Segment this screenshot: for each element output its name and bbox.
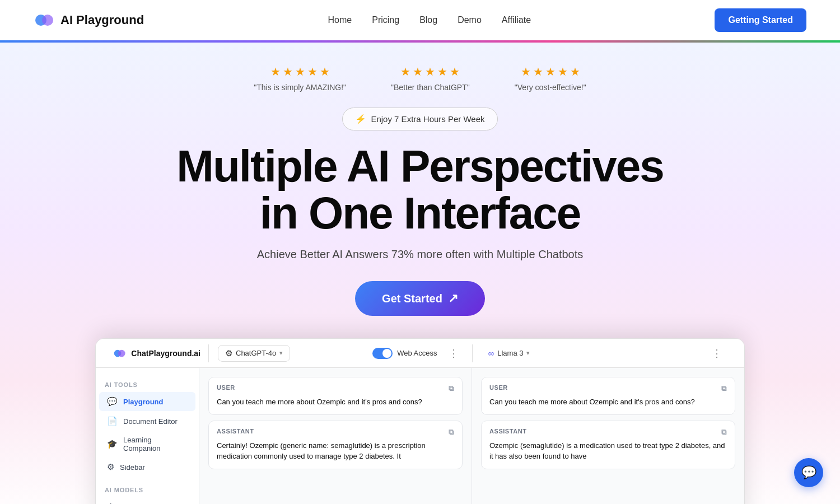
web-access-toggle[interactable]: Web Access xyxy=(372,348,437,359)
nav-links: Home Pricing Blog Demo Affiliate xyxy=(328,15,531,25)
cta-label: Get Started xyxy=(382,292,442,305)
getting-started-button[interactable]: Getting Started xyxy=(715,8,806,32)
chatgpt-icon: ⚙ xyxy=(225,348,232,358)
right-user-msg: Can you teach me more about Ozempic and … xyxy=(489,396,727,408)
nav-blog[interactable]: Blog xyxy=(419,15,437,25)
svg-point-1 xyxy=(42,15,53,26)
app-body: AI TOOLS 💬 Playground 📄 Document Editor … xyxy=(96,368,744,504)
toggle-switch[interactable] xyxy=(372,348,393,359)
navbar: AI Playground Home Pricing Blog Demo Aff… xyxy=(0,0,840,40)
sidebar-icon: ⚙ xyxy=(107,462,114,472)
stars-3: ★ ★ ★ ★ ★ xyxy=(521,65,580,78)
sidebar-document-label: Document Editor xyxy=(123,417,178,426)
app-sidebar-header: ChatPlayground.ai xyxy=(105,346,208,361)
logo-icon xyxy=(34,10,55,31)
ai-models-label: AI MODELS xyxy=(96,482,199,497)
left-assistant-msg: Certainly! Ozempic (generic name: semagl… xyxy=(217,440,454,462)
headline-line2: in One Interface xyxy=(260,188,581,238)
copy-icon-right-user[interactable]: ⧉ xyxy=(721,384,727,393)
chat-area: USER ⧉ Can you teach me more about Ozemp… xyxy=(199,368,744,504)
left-user-msg: Can you teach me more about Ozempic and … xyxy=(217,396,454,408)
sidebar-learning-label: Learning Companion xyxy=(123,436,188,452)
right-model-chevron-icon: ▾ xyxy=(526,349,530,357)
app-title: ChatPlayground.ai xyxy=(131,349,200,358)
review-quote-3: "Very cost-effective!" xyxy=(515,83,586,92)
review-3: ★ ★ ★ ★ ★ "Very cost-effective!" xyxy=(515,65,586,92)
left-model-selector[interactable]: ⚙ ChatGPT-4o ▾ xyxy=(218,345,290,362)
nav-affiliate[interactable]: Affiliate xyxy=(502,15,531,25)
subheadline: Achieve Better AI Answers 73% more often… xyxy=(257,248,584,261)
main-headline: Multiple AI Perspectives in One Interfac… xyxy=(176,143,663,237)
app-sidebar: AI TOOLS 💬 Playground 📄 Document Editor … xyxy=(96,368,199,504)
llama-icon: ∞ xyxy=(488,348,494,358)
right-model-name: Llama 3 xyxy=(497,349,523,357)
learning-icon: 🎓 xyxy=(107,439,118,449)
stars-2: ★ ★ ★ ★ ★ xyxy=(400,65,460,78)
left-assistant-bubble: ASSISTANT ⧉ Certainly! Ozempic (generic … xyxy=(208,421,463,469)
badge[interactable]: ⚡ Enjoy 7 Extra Hours Per Week xyxy=(342,108,497,130)
left-topbar: ⚙ ChatGPT-4o ▾ Web Access ⋮ xyxy=(209,345,472,362)
headline-line1: Multiple AI Perspectives xyxy=(176,141,663,191)
left-user-bubble: USER ⧉ Can you teach me more about Ozemp… xyxy=(208,377,463,415)
review-quote-2: "Better than ChatGPT" xyxy=(391,83,470,92)
right-model-selector[interactable]: ∞ Llama 3 ▾ xyxy=(482,346,537,361)
get-started-button[interactable]: Get Started ↗ xyxy=(355,281,485,316)
chatgpt-model-icon: ⚙ xyxy=(107,502,114,504)
ai-tools-label: AI TOOLS xyxy=(96,377,199,391)
copy-icon-left-asst[interactable]: ⧉ xyxy=(449,428,454,437)
left-chat-panel: USER ⧉ Can you teach me more about Ozemp… xyxy=(199,368,472,504)
model-chevron-icon: ▾ xyxy=(279,349,283,357)
sidebar-item-chatgpt[interactable]: ⚙ ChatGPT-4o xyxy=(99,497,195,504)
app-logo-mini xyxy=(113,346,127,361)
arrow-icon: ↗ xyxy=(448,291,458,306)
review-2: ★ ★ ★ ★ ★ "Better than ChatGPT" xyxy=(391,65,470,92)
left-assistant-role: ASSISTANT ⧉ xyxy=(217,428,454,437)
app-topbar: ChatPlayground.ai ⚙ ChatGPT-4o ▾ Web Acc… xyxy=(96,339,744,368)
app-screenshot: ChatPlayground.ai ⚙ ChatGPT-4o ▾ Web Acc… xyxy=(95,338,745,504)
logo-text: AI Playground xyxy=(60,13,144,27)
review-1: ★ ★ ★ ★ ★ "This is simply AMAZING!" xyxy=(254,65,346,92)
sidebar-item-learning-companion[interactable]: 🎓 Learning Companion xyxy=(99,431,195,457)
left-panel-dots[interactable]: ⋮ xyxy=(444,347,463,360)
reviews-section: ★ ★ ★ ★ ★ "This is simply AMAZING!" ★ ★ … xyxy=(254,65,586,92)
sidebar-item-document-editor[interactable]: 📄 Document Editor xyxy=(99,412,195,431)
document-icon: 📄 xyxy=(107,416,118,426)
nav-home[interactable]: Home xyxy=(328,15,352,25)
left-user-role: USER ⧉ xyxy=(217,384,454,393)
sidebar-item-playground[interactable]: 💬 Playground xyxy=(99,392,195,411)
sidebar-sidebar-label: Sidebar xyxy=(120,463,145,472)
lightning-icon: ⚡ xyxy=(355,114,366,124)
sidebar-playground-label: Playground xyxy=(123,398,164,406)
hero-section: ★ ★ ★ ★ ★ "This is simply AMAZING!" ★ ★ … xyxy=(0,43,840,504)
web-access-label: Web Access xyxy=(397,349,437,357)
right-topbar: ∞ Llama 3 ▾ ⋮ xyxy=(473,346,736,361)
nav-demo[interactable]: Demo xyxy=(458,15,482,25)
nav-pricing[interactable]: Pricing xyxy=(372,15,399,25)
left-model-name: ChatGPT-4o xyxy=(236,349,276,357)
right-assistant-msg: Ozempic (semaglutide) is a medication us… xyxy=(489,440,727,462)
right-chat-panel: USER ⧉ Can you teach me more about Ozemp… xyxy=(472,368,744,504)
svg-point-3 xyxy=(118,349,125,357)
copy-icon-right-asst[interactable]: ⧉ xyxy=(721,428,727,437)
chat-fab-icon: 💬 xyxy=(801,465,816,480)
playground-icon: 💬 xyxy=(107,396,118,407)
chat-fab-button[interactable]: 💬 xyxy=(794,458,823,487)
copy-icon-left-user[interactable]: ⧉ xyxy=(449,384,454,393)
right-assistant-bubble: ASSISTANT ⧉ Ozempic (semaglutide) is a m… xyxy=(481,421,735,469)
stars-1: ★ ★ ★ ★ ★ xyxy=(270,65,330,78)
right-user-role: USER ⧉ xyxy=(489,384,727,393)
review-quote-1: "This is simply AMAZING!" xyxy=(254,83,346,92)
badge-text: Enjoy 7 Extra Hours Per Week xyxy=(371,114,484,124)
right-assistant-role: ASSISTANT ⧉ xyxy=(489,428,727,437)
sidebar-item-sidebar[interactable]: ⚙ Sidebar xyxy=(99,458,195,477)
right-user-bubble: USER ⧉ Can you teach me more about Ozemp… xyxy=(481,377,735,415)
logo[interactable]: AI Playground xyxy=(34,10,144,31)
right-panel-dots[interactable]: ⋮ xyxy=(707,347,726,360)
